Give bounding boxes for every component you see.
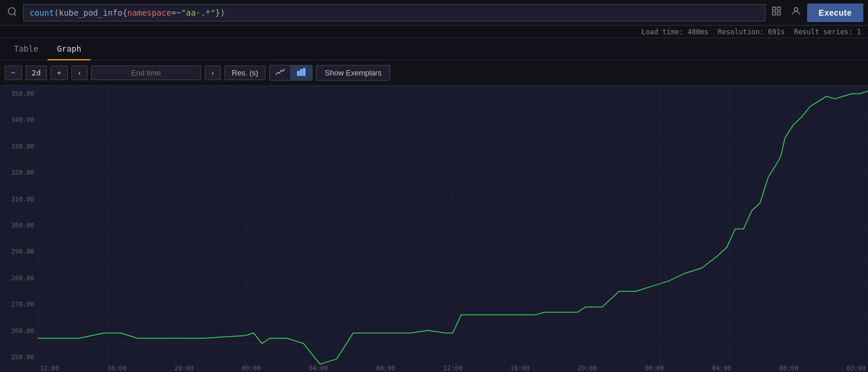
y-label-300: 300.00 [2, 222, 34, 229]
query-val: "aa-.*" [181, 8, 215, 17]
svg-point-0 [8, 8, 15, 15]
duration-display: 2d [26, 66, 48, 80]
duration-plus-button[interactable]: + [50, 66, 68, 80]
query-key: namespace [128, 8, 172, 17]
toolbar: − 2d + ‹ › Res. (s) Show Exemplars [0, 60, 868, 86]
header-icons [769, 3, 804, 21]
y-label-320: 320.00 [2, 169, 34, 176]
x-axis: 12:00 16:00 20:00 00:00 04:00 08:00 12:0… [38, 360, 868, 372]
y-label-330: 330.00 [2, 143, 34, 150]
x-label-5: 08:00 [376, 364, 395, 372]
query-display[interactable]: count(kube_pod_info{namespace=~"aa-.*"}) [23, 4, 765, 21]
grid-lines-svg [38, 86, 868, 372]
time-prev-button[interactable]: ‹ [71, 66, 88, 80]
svg-rect-8 [300, 70, 302, 75]
x-label-7: 16:00 [510, 364, 529, 372]
search-bar: count(kube_pod_info{namespace=~"aa-.*"})… [0, 0, 868, 26]
svg-rect-3 [777, 7, 780, 10]
y-label-310: 310.00 [2, 196, 34, 203]
x-label-8: 20:00 [578, 364, 597, 372]
svg-point-6 [794, 8, 798, 11]
query-fn: count [30, 8, 54, 17]
search-icon [5, 4, 20, 21]
x-label-6: 12:00 [443, 364, 462, 372]
line-chart-button[interactable] [270, 66, 291, 80]
y-label-270: 270.00 [2, 301, 34, 308]
time-next-button[interactable]: › [205, 66, 221, 80]
tab-bar: Table Graph [0, 38, 868, 60]
y-label-250: 250.00 [2, 354, 34, 360]
x-label-3: 00:00 [242, 364, 261, 372]
metrics-icon[interactable] [769, 3, 784, 21]
y-label-290: 290.00 [2, 248, 34, 255]
svg-rect-9 [303, 68, 305, 75]
svg-rect-5 [777, 12, 780, 15]
x-label-0: 12:00 [40, 364, 59, 372]
tab-table[interactable]: Table [5, 38, 48, 60]
load-time: Load time: 480ms [641, 28, 709, 36]
resolution-button[interactable]: Res. (s) [224, 66, 266, 80]
x-label-9: 00:00 [645, 364, 664, 372]
duration-minus-button[interactable]: − [5, 66, 22, 80]
user-icon[interactable] [789, 3, 804, 21]
resolution: Resolution: 691s [718, 28, 785, 36]
x-label-11: 08:00 [779, 364, 798, 372]
chart-container: 350.00 340.00 330.00 320.00 310.00 300.0… [0, 86, 868, 372]
result-series: Result series: 1 [794, 28, 861, 36]
end-time-input[interactable] [91, 66, 201, 80]
svg-rect-7 [297, 71, 299, 75]
tab-graph[interactable]: Graph [48, 38, 90, 60]
y-label-350: 350.00 [2, 91, 34, 97]
y-label-340: 340.00 [2, 117, 34, 123]
execute-button[interactable]: Execute [807, 3, 863, 22]
bar-chart-button[interactable] [291, 66, 312, 80]
x-label-2: 20:00 [175, 364, 194, 372]
chart-type-group [269, 65, 313, 81]
svg-rect-4 [772, 12, 775, 15]
x-label-1: 16:00 [107, 364, 126, 372]
y-label-260: 260.00 [2, 328, 34, 334]
x-label-4: 04:00 [309, 364, 328, 372]
chart-body: 12:00 16:00 20:00 00:00 04:00 08:00 12:0… [38, 86, 868, 372]
stats-bar: Load time: 480ms Resolution: 691s Result… [0, 26, 868, 38]
show-exemplars-button[interactable]: Show Exemplars [316, 65, 390, 81]
svg-rect-2 [772, 7, 775, 10]
query-metric: kube_pod_info [59, 8, 123, 17]
svg-line-1 [14, 13, 16, 15]
y-axis: 350.00 340.00 330.00 320.00 310.00 300.0… [0, 86, 38, 372]
x-label-12: 03:00 [847, 364, 866, 372]
x-label-10: 04:00 [712, 364, 731, 372]
y-label-280: 280.00 [2, 275, 34, 281]
